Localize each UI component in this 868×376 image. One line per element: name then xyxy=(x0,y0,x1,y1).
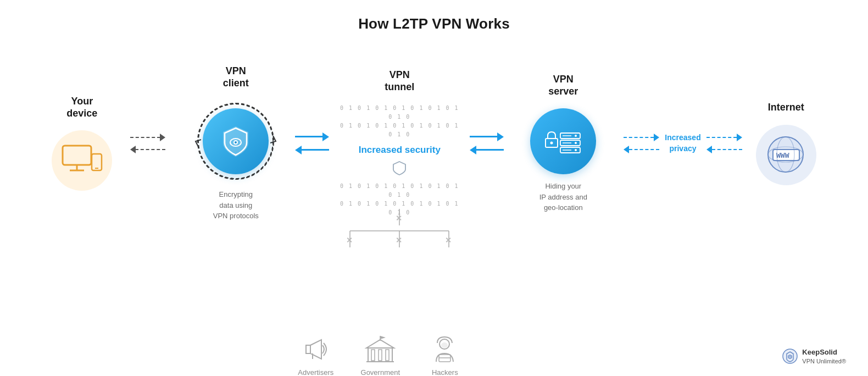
vpn-client-shield-icon xyxy=(218,124,254,159)
svg-marker-23 xyxy=(366,340,394,348)
vpn-client-icon-circle xyxy=(203,108,269,174)
vpn-server-icon xyxy=(544,125,582,158)
brand-text: KeepSolid VPN Unlimited® xyxy=(802,348,846,365)
svg-point-6 xyxy=(230,139,241,146)
vpn-server-icon-circle xyxy=(530,108,596,174)
svg-text:✕: ✕ xyxy=(445,236,452,245)
privacy-to-internet-arrow-left xyxy=(706,146,742,153)
client-to-tunnel-arrows xyxy=(295,132,329,154)
server-to-privacy-arrows xyxy=(624,134,659,153)
hacker-icon xyxy=(430,334,460,364)
svg-point-35 xyxy=(575,135,577,137)
internet-icon-circle: WWW xyxy=(756,125,816,185)
binary-row-3: 0 1 0 1 0 1 0 1 0 1 0 1 0 1 0 1 0 xyxy=(339,182,460,200)
col-internet: Internet WWW xyxy=(742,102,830,185)
vpn-tunnel-label: VPNtunnel xyxy=(385,69,414,93)
client-to-tunnel-arrow-left xyxy=(295,146,329,154)
brand-watermark: KeepSolid VPN Unlimited® xyxy=(782,348,846,365)
svg-point-7 xyxy=(233,140,238,145)
advertiser-icon xyxy=(301,334,331,364)
brand-name: KeepSolid xyxy=(802,348,846,357)
svg-rect-21 xyxy=(379,350,382,361)
svg-text:✕: ✕ xyxy=(396,214,402,223)
col-vpn-client: VPNclient xyxy=(181,65,291,222)
tunnel-mini-shield-icon xyxy=(391,160,408,176)
svg-rect-20 xyxy=(371,350,375,361)
snooper-hacker: Hackers xyxy=(419,334,471,376)
server-to-internet-arrow-right xyxy=(624,134,659,141)
diagram-row: Yourdevice xyxy=(0,65,868,222)
binary-row-1: 0 1 0 1 0 1 0 1 0 1 0 1 0 1 0 1 0 xyxy=(339,104,460,121)
vpn-server-subtext: Hiding yourIP address andgeo-location xyxy=(539,181,587,213)
svg-point-8 xyxy=(235,141,237,143)
col-device: Yourdevice xyxy=(38,96,126,191)
tunnel-box: 0 1 0 1 0 1 0 1 0 1 0 1 0 1 0 1 0 0 1 0 … xyxy=(339,104,460,217)
snooper-government: Governmentagencies xyxy=(353,334,408,376)
privacy-section: Increasedprivacy xyxy=(624,132,742,154)
svg-rect-22 xyxy=(386,350,389,361)
vpn-server-label: VPNserver xyxy=(548,74,578,97)
svg-point-48 xyxy=(789,356,791,357)
device-to-client-arrow-right xyxy=(130,134,165,141)
col-vpn-tunnel: VPNtunnel 0 1 0 1 0 1 0 1 0 1 0 1 0 1 0 … xyxy=(339,69,460,217)
brand-product: VPN Unlimited® xyxy=(802,357,846,365)
internet-globe-icon: WWW xyxy=(765,134,806,175)
increased-privacy-label: Increasedprivacy xyxy=(665,132,700,154)
svg-point-31 xyxy=(550,142,553,145)
snooper-advertiser: Advertisers xyxy=(290,334,342,376)
device-icon xyxy=(60,143,104,179)
internet-label: Internet xyxy=(768,102,804,114)
keepsolid-logo-icon xyxy=(782,349,798,364)
increased-security-label: Increased security xyxy=(359,145,441,156)
vpn-client-subtext: Encryptingdata usingVPN protocols xyxy=(213,189,259,222)
device-to-client-arrows xyxy=(130,134,165,153)
tunnel-to-server-arrow-left xyxy=(470,146,504,154)
binary-row-2: 0 1 0 1 0 1 0 1 0 1 0 1 0 1 0 1 0 xyxy=(339,121,460,139)
tunnel-to-server-arrows xyxy=(470,132,504,154)
svg-rect-0 xyxy=(63,146,91,165)
svg-point-27 xyxy=(441,342,448,348)
svg-text:WWW: WWW xyxy=(776,151,789,159)
government-label: Governmentagencies xyxy=(361,368,400,376)
advertiser-label: Advertisers xyxy=(298,368,333,376)
hacker-label: Hackers xyxy=(432,368,458,376)
server-to-internet-arrow-left xyxy=(624,146,659,153)
page-container: How L2TP VPN Works Yourdevice xyxy=(0,0,868,376)
col-vpn-server: VPNserver xyxy=(508,74,618,213)
government-icon xyxy=(364,334,397,364)
snoopers-row: Advertisers xyxy=(290,334,476,376)
device-label: Yourdevice xyxy=(66,96,97,119)
page-title: How L2TP VPN Works xyxy=(358,15,510,32)
snooper-branch-svg: ✕ ✕ ✕ ✕ xyxy=(328,209,471,302)
device-to-client-arrow-left xyxy=(130,146,165,153)
privacy-to-internet-arrow-right xyxy=(706,134,742,141)
svg-text:✕: ✕ xyxy=(346,236,353,245)
svg-point-37 xyxy=(575,149,577,151)
svg-point-36 xyxy=(575,142,577,144)
vpn-client-label: VPNclient xyxy=(223,65,249,89)
svg-text:✕: ✕ xyxy=(396,236,402,245)
device-icon-circle xyxy=(52,130,112,191)
client-to-tunnel-arrow-right xyxy=(295,132,329,141)
tunnel-inner: Increased security xyxy=(359,139,441,182)
privacy-to-internet-arrows xyxy=(706,134,742,153)
tunnel-to-server-arrow-right xyxy=(470,132,504,141)
